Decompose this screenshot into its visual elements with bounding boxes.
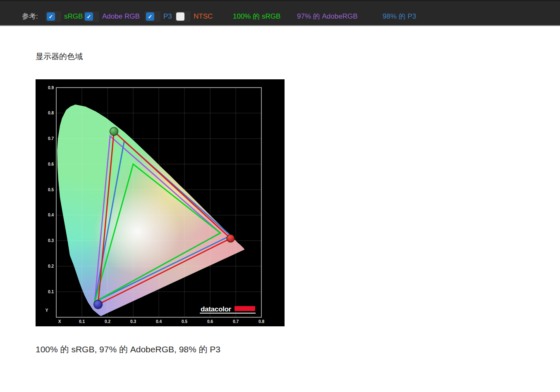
check-icon: ✓ xyxy=(49,14,53,19)
checkbox-group-srgb: ✓ sRGB xyxy=(45,11,83,22)
result-srgb-coverage: 100% 的 sRGB xyxy=(233,12,280,21)
result-adobergb-coverage: 97% 的 AdobeRGB xyxy=(297,12,357,21)
result-p3-coverage: 98% 的 P3 xyxy=(383,12,416,21)
svg-text:0.3: 0.3 xyxy=(130,319,136,324)
p3-checkbox-label[interactable]: P3 xyxy=(163,12,172,21)
ntsc-checkbox-label[interactable]: NTSC xyxy=(194,12,213,21)
p3-checkbox[interactable]: ✓ xyxy=(145,11,160,22)
svg-text:0.2: 0.2 xyxy=(48,264,54,268)
svg-text:0.7: 0.7 xyxy=(48,136,54,141)
app-window: 参考: ✓ sRGB ✓ Adobe RGB ✓ P3 NTSC 100% 的 … xyxy=(0,0,560,392)
svg-text:0.9: 0.9 xyxy=(48,86,54,90)
gamut-summary-caption: 100% 的 sRGB, 97% 的 AdobeRGB, 98% 的 P3 xyxy=(36,344,220,355)
gamut-chart: 0.10.20.30.40.50.60.70.80.10.20.30.40.50… xyxy=(36,79,285,326)
datacolor-logo-red-bar xyxy=(235,306,255,311)
gamut-chart-svg: 0.10.20.30.40.50.60.70.80.10.20.30.40.50… xyxy=(36,79,285,326)
adobergb-checkbox-label[interactable]: Adobe RGB xyxy=(102,12,140,21)
svg-text:0.4: 0.4 xyxy=(48,213,54,217)
checkbox-group-adobergb: ✓ Adobe RGB xyxy=(84,11,140,22)
check-icon: ✓ xyxy=(87,14,91,19)
datacolor-logo-text: datacolor xyxy=(201,305,232,313)
svg-text:0.2: 0.2 xyxy=(105,319,110,324)
svg-text:0.7: 0.7 xyxy=(233,319,239,324)
svg-text:Y: Y xyxy=(45,308,48,313)
svg-text:0.6: 0.6 xyxy=(207,319,213,324)
svg-text:0.6: 0.6 xyxy=(48,162,54,166)
primary-marker-green xyxy=(110,127,118,135)
adobergb-checkbox[interactable]: ✓ xyxy=(84,11,99,22)
svg-text:0.8: 0.8 xyxy=(48,111,54,115)
ntsc-checkbox[interactable] xyxy=(175,11,191,22)
svg-text:0.8: 0.8 xyxy=(258,319,264,324)
svg-text:0.4: 0.4 xyxy=(156,319,162,324)
primary-marker-red xyxy=(227,235,235,242)
checkbox-group-p3: ✓ P3 xyxy=(145,11,172,22)
svg-text:0.5: 0.5 xyxy=(48,188,54,192)
svg-text:0.3: 0.3 xyxy=(48,238,54,243)
reference-toolbar: 参考: ✓ sRGB ✓ Adobe RGB ✓ P3 NTSC 100% 的 … xyxy=(0,0,560,26)
svg-text:0.5: 0.5 xyxy=(182,319,187,324)
check-icon: ✓ xyxy=(148,14,153,19)
primary-marker-blue xyxy=(94,300,103,309)
svg-text:0.1: 0.1 xyxy=(48,290,54,294)
svg-text:X: X xyxy=(58,319,61,324)
svg-text:0.1: 0.1 xyxy=(79,319,85,324)
reference-label: 参考: xyxy=(22,12,38,21)
srgb-checkbox[interactable]: ✓ xyxy=(45,11,61,22)
srgb-checkbox-label[interactable]: sRGB xyxy=(64,12,83,21)
checkbox-group-ntsc: NTSC xyxy=(175,11,213,22)
page-title: 显示器的色域 xyxy=(36,51,83,62)
